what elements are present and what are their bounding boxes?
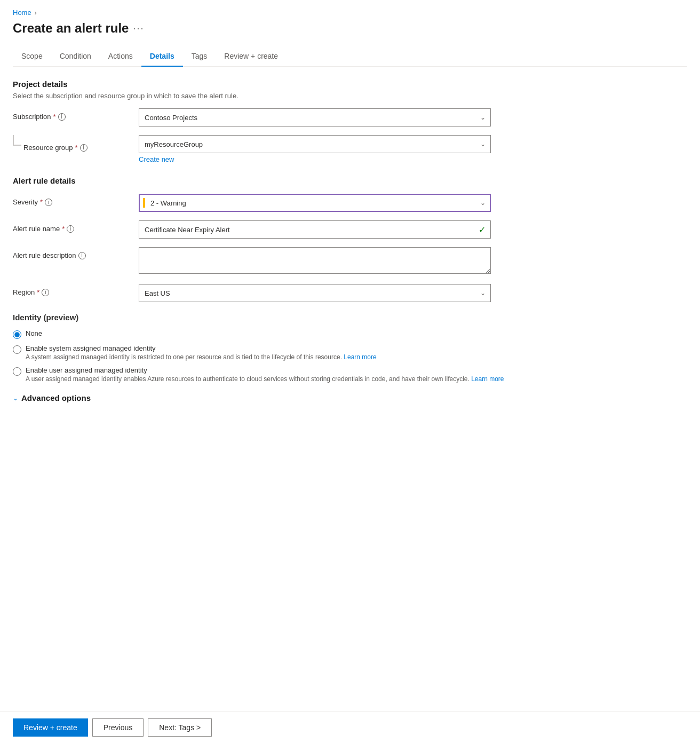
alert-rule-name-input[interactable] bbox=[139, 220, 491, 239]
identity-system-label-area: Enable system assigned managed identity … bbox=[26, 344, 377, 361]
page-title-area: Create an alert rule ··· bbox=[13, 21, 687, 36]
severity-info-icon[interactable]: i bbox=[45, 199, 52, 206]
create-new-link[interactable]: Create new bbox=[139, 155, 174, 163]
subscription-select-wrapper: Contoso Projects ⌄ bbox=[139, 108, 491, 127]
tab-review-create[interactable]: Review + create bbox=[216, 46, 287, 67]
identity-system-learn-more-link[interactable]: Learn more bbox=[344, 353, 376, 361]
identity-none-radio[interactable] bbox=[13, 330, 21, 339]
identity-system-radio[interactable] bbox=[13, 345, 21, 354]
project-details-section: Project details Select the subscription … bbox=[13, 80, 687, 163]
severity-label: Severity * i bbox=[13, 194, 130, 206]
breadcrumb-separator: › bbox=[35, 9, 37, 17]
severity-select-wrapper: 2 - Warning 0 - Critical 1 - Error 3 - I… bbox=[139, 194, 491, 212]
tab-bar: Scope Condition Actions Details Tags Rev… bbox=[13, 46, 687, 67]
advanced-options-toggle[interactable]: ⌄ Advanced options bbox=[13, 393, 687, 402]
identity-user-label: Enable user assigned managed identity bbox=[26, 366, 504, 374]
alert-rule-details-section: Alert rule details Severity * i 2 - Warn… bbox=[13, 176, 687, 302]
subscription-row: Subscription * i Contoso Projects ⌄ bbox=[13, 108, 687, 127]
resource-group-select-wrapper: myResourceGroup ⌄ bbox=[139, 135, 491, 153]
identity-section-title: Identity (preview) bbox=[13, 313, 687, 322]
identity-system-item: Enable system assigned managed identity … bbox=[13, 344, 687, 361]
resource-group-control: myResourceGroup ⌄ Create new bbox=[139, 135, 491, 163]
review-create-button[interactable]: Review + create bbox=[13, 718, 88, 737]
alert-rule-description-info-icon[interactable]: i bbox=[78, 252, 86, 259]
alert-rule-description-label: Alert rule description i bbox=[13, 247, 130, 259]
project-details-desc: Select the subscription and resource gro… bbox=[13, 92, 687, 100]
page-title-more[interactable]: ··· bbox=[133, 23, 144, 34]
region-label: Region * i bbox=[13, 284, 130, 296]
identity-none-item: None bbox=[13, 329, 687, 339]
subscription-control: Contoso Projects ⌄ bbox=[139, 108, 491, 127]
region-required: * bbox=[37, 288, 39, 296]
identity-none-label-area: None bbox=[26, 329, 42, 337]
identity-system-desc: A system assigned managed identity is re… bbox=[26, 353, 377, 361]
severity-row: Severity * i 2 - Warning 0 - Critical 1 … bbox=[13, 194, 687, 212]
region-row: Region * i East US ⌄ bbox=[13, 284, 687, 302]
tab-scope[interactable]: Scope bbox=[13, 46, 51, 67]
resource-group-label-area: Resource group * i bbox=[13, 135, 130, 152]
severity-control: 2 - Warning 0 - Critical 1 - Error 3 - I… bbox=[139, 194, 491, 212]
breadcrumb-home[interactable]: Home bbox=[13, 9, 31, 17]
alert-rule-description-textarea[interactable] bbox=[139, 247, 491, 274]
identity-user-learn-more-link[interactable]: Learn more bbox=[471, 375, 504, 383]
region-control: East US ⌄ bbox=[139, 284, 491, 302]
resource-group-row: Resource group * i myResourceGroup ⌄ Cre… bbox=[13, 135, 687, 163]
footer: Review + create Previous Next: Tags > bbox=[0, 712, 700, 743]
resource-group-info-icon[interactable]: i bbox=[80, 144, 88, 152]
alert-rule-description-row: Alert rule description i bbox=[13, 247, 687, 275]
advanced-options-chevron-icon: ⌄ bbox=[13, 394, 18, 402]
identity-user-item: Enable user assigned managed identity A … bbox=[13, 366, 687, 383]
previous-button[interactable]: Previous bbox=[92, 718, 144, 737]
project-details-title: Project details bbox=[13, 80, 687, 89]
tab-actions[interactable]: Actions bbox=[100, 46, 141, 67]
alert-rule-name-input-wrapper: ✓ bbox=[139, 220, 491, 239]
alert-rule-name-check-icon: ✓ bbox=[479, 225, 486, 235]
subscription-required: * bbox=[53, 113, 56, 121]
identity-user-desc: A user assigned managed identity enables… bbox=[26, 375, 504, 383]
breadcrumb: Home › bbox=[13, 9, 687, 17]
alert-rule-description-control bbox=[139, 247, 491, 275]
identity-section: Identity (preview) None Enable system as… bbox=[13, 313, 687, 383]
severity-required: * bbox=[40, 198, 43, 206]
identity-system-label: Enable system assigned managed identity bbox=[26, 344, 377, 352]
region-select[interactable]: East US bbox=[139, 284, 491, 302]
next-tags-button[interactable]: Next: Tags > bbox=[148, 718, 212, 737]
alert-rule-name-control: ✓ bbox=[139, 220, 491, 239]
tab-condition[interactable]: Condition bbox=[51, 46, 100, 67]
alert-rule-name-row: Alert rule name * i ✓ bbox=[13, 220, 687, 239]
identity-none-label: None bbox=[26, 329, 42, 337]
identity-user-label-area: Enable user assigned managed identity A … bbox=[26, 366, 504, 383]
identity-radio-group: None Enable system assigned managed iden… bbox=[13, 329, 687, 383]
resource-group-select[interactable]: myResourceGroup bbox=[139, 135, 491, 153]
subscription-info-icon[interactable]: i bbox=[58, 113, 66, 121]
page-title: Create an alert rule bbox=[13, 21, 129, 36]
subscription-select[interactable]: Contoso Projects bbox=[139, 108, 491, 127]
identity-user-radio[interactable] bbox=[13, 367, 21, 376]
advanced-options-label: Advanced options bbox=[21, 393, 91, 402]
severity-select[interactable]: 2 - Warning 0 - Critical 1 - Error 3 - I… bbox=[139, 194, 491, 212]
alert-rule-name-info-icon[interactable]: i bbox=[67, 225, 74, 233]
alert-rule-details-title: Alert rule details bbox=[13, 176, 687, 185]
tab-details[interactable]: Details bbox=[141, 46, 183, 67]
region-select-wrapper: East US ⌄ bbox=[139, 284, 491, 302]
indent-line bbox=[13, 135, 21, 146]
subscription-label: Subscription * i bbox=[13, 108, 130, 121]
resource-group-label: Resource group * i bbox=[23, 139, 88, 152]
resource-group-required: * bbox=[75, 144, 78, 152]
alert-rule-name-label: Alert rule name * i bbox=[13, 220, 130, 233]
tab-tags[interactable]: Tags bbox=[183, 46, 216, 67]
region-info-icon[interactable]: i bbox=[42, 289, 49, 296]
alert-rule-name-required: * bbox=[62, 225, 65, 233]
